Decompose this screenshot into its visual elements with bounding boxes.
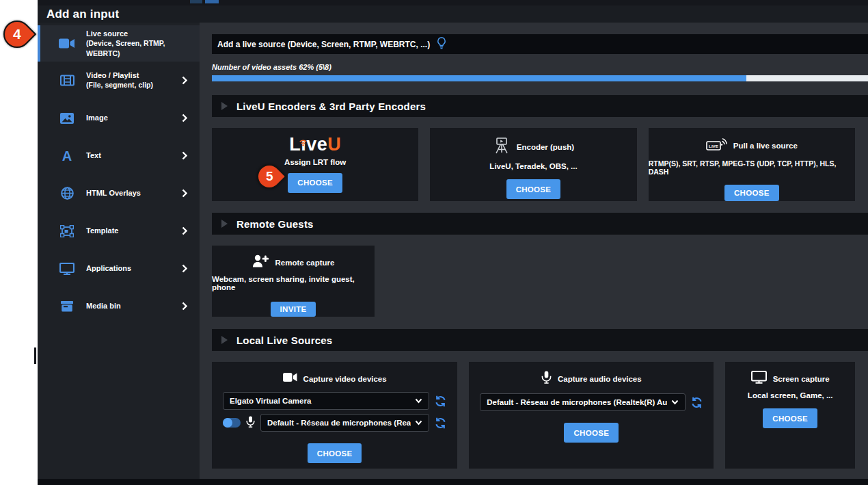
person-plus-icon [252,254,269,270]
chevron-right-icon [182,151,187,160]
pull-source-card: LIVE Pull a live source RTMP(S), SRT, RT… [649,128,855,201]
audio-device-value: Default - Réseau de microphones (Rea [267,419,411,427]
film-icon [58,75,76,86]
dialog-title: Add an input [46,8,119,21]
video-camera-icon [58,38,76,49]
progress-fill [212,75,746,81]
page-scrollbar-fragment [34,348,36,364]
sidebar-item-label: Image [86,113,108,122]
screen-card-title: Screen capture [773,375,830,383]
live-badge-icon: LIVE [706,137,727,154]
sidebar-item-media-bin[interactable]: Media bin [38,287,200,325]
sidebar-item-video-playlist[interactable]: Video / Playlist (File, segment, clip) [38,62,200,99]
add-live-source-bar[interactable]: Add a live source (Device, Screen, RTMP,… [212,34,868,54]
chevron-right-icon [182,189,187,198]
choose-video-device-button[interactable]: CHOOSE [308,443,362,463]
video-device-select[interactable]: Elgato Virtual Camera [223,392,429,410]
globe-icon [58,187,76,200]
video-card-title: Capture video devices [303,375,387,383]
page: Add an input Live source (Device, Screen… [0,0,868,485]
remote-card-title: Remote capture [275,259,335,267]
microphone-icon [246,416,255,430]
encoder-card-subtitle: LiveU, Teradek, OBS, ... [489,162,577,170]
invite-button[interactable]: INVITE [271,302,316,317]
screen-card-subtitle: Local screen, Game, ... [748,391,833,399]
remote-capture-card: Remote capture Webcam, screen sharing, i… [212,246,375,317]
collapse-triangle-icon [221,220,228,228]
sidebar-item-template[interactable]: Template [38,212,200,250]
liveu-signal-icon [298,128,308,154]
chevron-down-icon [415,398,422,404]
section-header-encoders[interactable]: LiveU Encoders & 3rd Party Encoders [212,95,868,117]
section-title: Remote Guests [236,218,314,230]
sidebar-item-label: Template [86,226,118,235]
sublabel: (File, segment, clip) [86,81,153,89]
sidebar-item-text[interactable]: A Text [38,137,200,174]
section-header-remote-guests[interactable]: Remote Guests [212,213,868,235]
chevron-right-icon [182,264,187,273]
capture-audio-card: Capture audio devices Default - Réseau d… [469,362,714,469]
collapse-triangle-icon [221,336,228,344]
refresh-audio-devices-icon[interactable] [435,417,446,429]
toggle-knob [223,418,232,428]
sidebar-item-label: Media bin [86,301,121,311]
choose-screen-button[interactable]: CHOOSE [763,408,817,428]
liveu-card-subtitle: Assign LRT flow [284,158,346,166]
refresh-video-devices-icon[interactable] [435,395,446,407]
liveu-lrt-card: LıveU Assign LRT flow CHOOSE [212,128,418,201]
section-header-local-sources[interactable]: Local Live Sources [212,329,868,351]
background-footer-strip [38,479,868,485]
box-icon [58,300,76,312]
label: Video / Playlist [86,71,139,79]
video-camera-icon [283,372,297,385]
chevron-down-icon [415,420,422,425]
encoder-card-title: Encoder (push) [517,143,574,151]
sidebar-item-label: Text [86,150,101,160]
add-live-source-label: Add a live source (Device, Screen, RTMP,… [217,40,430,49]
sidebar-item-label: Live source (Device, Screen, RTMP, WEBRT… [86,29,187,59]
obscured-icon-fragment [205,0,219,3]
choose-audio-device-button[interactable]: CHOOSE [564,423,619,443]
sidebar-item-image[interactable]: Image [38,99,200,137]
sidebar-item-html-overlays[interactable]: HTML Overlays [38,174,200,212]
sidebar-item-label: HTML Overlays [86,188,141,198]
capture-video-card: Capture video devices Elgato Virtual Cam… [212,362,457,469]
audio-enable-toggle[interactable] [223,418,241,428]
label: Live source [86,29,128,38]
liveu-logo: LıveU [289,132,341,158]
video-assets-progress-bar [212,75,868,81]
obscured-icon-fragment [190,0,202,3]
audio-card-title: Capture audio devices [558,375,642,383]
monitor-icon [58,263,76,275]
text-icon: A [58,149,76,163]
choose-lrt-button[interactable]: CHOOSE [288,173,342,193]
pull-card-title: Pull a live source [733,142,798,150]
section-title: Local Live Sources [236,335,332,346]
microphone-icon [541,371,552,386]
sidebar-item-live-source[interactable]: Live source (Device, Screen, RTMP, WEBRT… [38,25,200,62]
chevron-right-icon [182,226,187,235]
section-title: LiveU Encoders & 3rd Party Encoders [236,101,426,112]
video-assets-quota-label: Number of video assets 62% (5\8) [212,63,868,72]
choose-pull-button[interactable]: CHOOSE [724,185,779,201]
sidebar-item-label: Video / Playlist (File, segment, clip) [86,70,153,90]
refresh-audio-devices-icon[interactable] [691,397,703,408]
chevron-right-icon [182,114,187,122]
audio-device-value: Default - Réseau de microphones (Realtek… [487,398,667,406]
choose-encoder-button[interactable]: CHOOSE [506,179,561,199]
audio-device-select[interactable]: Default - Réseau de microphones (Realtek… [480,393,686,411]
input-type-sidebar: Live source (Device, Screen, RTMP, WEBRT… [38,23,200,479]
audio-device-select[interactable]: Default - Réseau de microphones (Rea [260,414,429,432]
dialog-header: Add an input [38,5,868,23]
chevron-right-icon [182,76,187,85]
main-panel: Add a live source (Device, Screen, RTMP,… [200,23,868,479]
screen-capture-card: Screen capture Local screen, Game, ... C… [725,362,855,469]
background-toolbar-strip [38,0,868,5]
sidebar-item-applications[interactable]: Applications [38,250,200,287]
sublabel: (Device, Screen, RTMP, WEBRTC) [86,39,165,57]
page-margin [0,0,38,485]
sidebar-item-label: Applications [86,263,131,273]
encoder-push-card: Encoder (push) LiveU, Teradek, OBS, ... … [430,128,636,201]
remote-card-subtitle: Webcam, screen sharing, invite guest, ph… [212,275,375,291]
video-device-value: Elgato Virtual Camera [230,397,411,405]
